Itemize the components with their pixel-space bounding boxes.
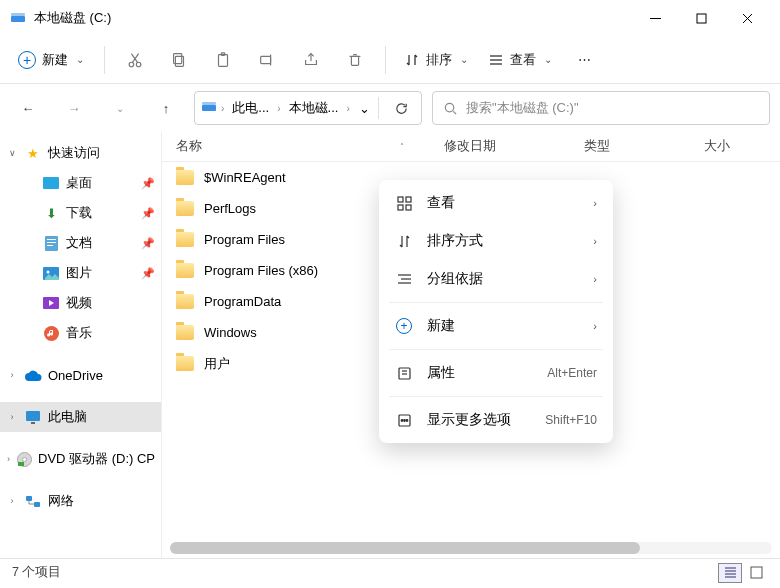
pin-icon: 📌 — [141, 207, 155, 220]
folder-icon — [176, 356, 194, 371]
expand-icon[interactable]: › — [6, 454, 11, 464]
desktop-icon — [42, 177, 60, 189]
recent-button[interactable]: ⌄ — [102, 90, 138, 126]
svg-rect-30 — [47, 245, 53, 246]
svg-rect-29 — [47, 242, 56, 243]
network-icon — [24, 495, 42, 508]
svg-rect-3 — [697, 14, 706, 23]
chevron-right-icon: › — [277, 103, 280, 114]
plus-icon: + — [395, 318, 413, 334]
back-button[interactable]: ← — [10, 90, 46, 126]
separator — [104, 46, 105, 74]
details-view-button[interactable] — [718, 563, 742, 583]
sort-icon — [404, 52, 420, 68]
refresh-button[interactable] — [387, 101, 415, 116]
chevron-right-icon: › — [593, 235, 597, 247]
sidebar-item-thispc[interactable]: › 此电脑 — [0, 402, 161, 432]
sidebar-item-dvd[interactable]: › DVD 驱动器 (D:) CP — [0, 444, 161, 474]
thumbnails-view-button[interactable] — [744, 563, 768, 583]
ctx-view[interactable]: 查看 › — [383, 184, 609, 222]
up-button[interactable]: ↑ — [148, 90, 184, 126]
svg-line-25 — [453, 111, 456, 114]
svg-rect-40 — [26, 496, 32, 501]
sidebar-item-documents[interactable]: 文档 📌 — [0, 228, 161, 258]
search-box[interactable]: 搜索"本地磁盘 (C:)" — [432, 91, 770, 125]
chevron-right-icon: › — [346, 103, 349, 114]
context-menu: 查看 › 排序方式 › 分组依据 › + 新建 › 属性 — [379, 180, 613, 443]
svg-point-54 — [403, 419, 405, 421]
sidebar-item-pictures[interactable]: 图片 📌 — [0, 258, 161, 288]
sidebar-label: 桌面 — [66, 174, 92, 192]
sidebar-item-music[interactable]: 音乐 — [0, 318, 161, 348]
window-title: 本地磁盘 (C:) — [34, 9, 632, 27]
pin-icon: 📌 — [141, 177, 155, 190]
maximize-button[interactable] — [678, 0, 724, 36]
expand-icon[interactable]: › — [6, 496, 18, 506]
expand-icon[interactable]: ∨ — [6, 148, 18, 158]
folder-icon — [176, 325, 194, 340]
separator — [389, 396, 603, 397]
horizontal-scrollbar[interactable] — [170, 542, 772, 554]
svg-rect-12 — [219, 54, 228, 66]
column-type[interactable]: 类型 — [570, 138, 690, 155]
ctx-more-options[interactable]: 显示更多选项 Shift+F10 — [383, 401, 609, 439]
sort-label: 排序 — [426, 51, 452, 69]
sidebar-item-videos[interactable]: 视频 — [0, 288, 161, 318]
sidebar-label: 快速访问 — [48, 144, 100, 162]
svg-rect-36 — [31, 422, 35, 424]
group-icon — [395, 272, 413, 287]
separator — [389, 302, 603, 303]
expand-icon[interactable]: › — [6, 412, 18, 422]
sidebar-item-quickaccess[interactable]: ∨ ★ 快速访问 — [0, 138, 161, 168]
sidebar-item-desktop[interactable]: 桌面 📌 — [0, 168, 161, 198]
ctx-properties[interactable]: 属性 Alt+Enter — [383, 354, 609, 392]
address-bar[interactable]: › 此电... › 本地磁... › ⌄ — [194, 91, 422, 125]
rename-button[interactable] — [247, 41, 287, 79]
chevron-down-icon: ⌄ — [76, 54, 84, 65]
copy-button[interactable] — [159, 41, 199, 79]
svg-line-8 — [132, 53, 138, 62]
delete-button[interactable] — [335, 41, 375, 79]
breadcrumb-drive[interactable]: 本地磁... — [285, 95, 343, 121]
folder-icon — [176, 294, 194, 309]
chevron-down-icon[interactable]: ⌄ — [359, 101, 370, 116]
view-button[interactable]: 查看 ⌄ — [480, 45, 560, 75]
new-button[interactable]: + 新建 ⌄ — [8, 45, 94, 75]
more-button[interactable]: ⋯ — [564, 41, 604, 79]
ctx-new[interactable]: + 新建 › — [383, 307, 609, 345]
ctx-group[interactable]: 分组依据 › — [383, 260, 609, 298]
sort-button[interactable]: 排序 ⌄ — [396, 45, 476, 75]
column-date[interactable]: 修改日期 — [430, 138, 570, 155]
forward-button[interactable]: → — [56, 90, 92, 126]
column-size[interactable]: 大小 — [690, 138, 744, 155]
svg-rect-45 — [406, 205, 411, 210]
svg-rect-43 — [406, 197, 411, 202]
chevron-down-icon: ⌄ — [544, 54, 552, 65]
svg-rect-22 — [202, 105, 216, 111]
sidebar-item-downloads[interactable]: ⬇ 下载 📌 — [0, 198, 161, 228]
chevron-right-icon: › — [221, 103, 224, 114]
cut-button[interactable] — [115, 41, 155, 79]
ctx-sort[interactable]: 排序方式 › — [383, 222, 609, 260]
drive-icon — [201, 99, 217, 118]
share-button[interactable] — [291, 41, 331, 79]
scrollbar-thumb[interactable] — [170, 542, 640, 554]
folder-icon — [176, 263, 194, 278]
search-placeholder: 搜索"本地磁盘 (C:)" — [466, 99, 579, 117]
paste-button[interactable] — [203, 41, 243, 79]
sidebar-item-onedrive[interactable]: › OneDrive — [0, 360, 161, 390]
column-header: 名称˄ 修改日期 类型 大小 — [162, 132, 780, 162]
expand-icon[interactable]: › — [6, 370, 18, 380]
status-text: 7 个项目 — [12, 564, 61, 581]
svg-rect-27 — [45, 236, 58, 251]
disc-icon — [17, 452, 32, 467]
sidebar-item-network[interactable]: › 网络 — [0, 486, 161, 516]
separator — [389, 349, 603, 350]
sidebar-label: 文档 — [66, 234, 92, 252]
close-button[interactable] — [724, 0, 770, 36]
column-name[interactable]: 名称˄ — [162, 138, 430, 155]
sidebar-label: 音乐 — [66, 324, 92, 342]
minimize-button[interactable] — [632, 0, 678, 36]
file-name: Windows — [204, 325, 257, 340]
breadcrumb-thispc[interactable]: 此电... — [228, 95, 273, 121]
